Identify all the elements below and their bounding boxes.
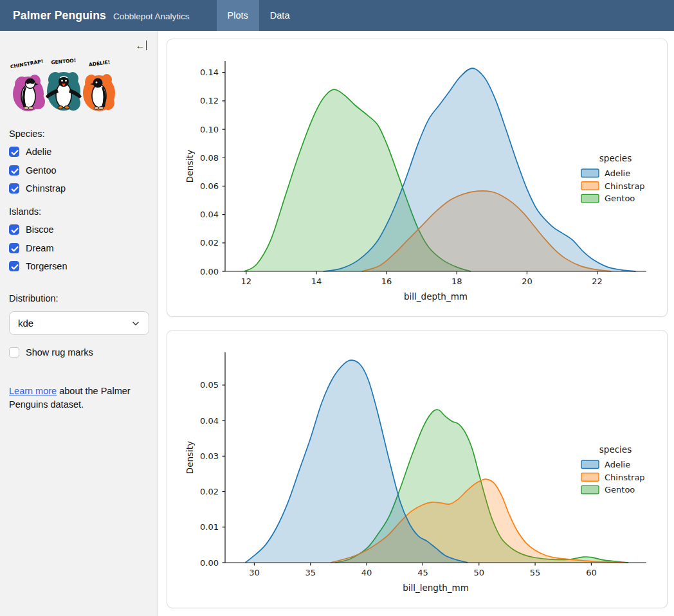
tab-data[interactable]: Data (259, 0, 301, 31)
sidebar-collapse-button[interactable]: ← (136, 41, 147, 50)
nav-tabs: PlotsData (217, 0, 301, 31)
app-subtitle: Cobblepot Analytics (113, 12, 190, 21)
islands-checkbox-group: BiscoeDreamTorgersen (9, 224, 149, 271)
svg-text:bill_length_mm: bill_length_mm (403, 583, 469, 593)
islands-group-label: Islands: (9, 206, 149, 217)
svg-text:Density: Density (185, 441, 195, 474)
rug-marks-checkbox[interactable] (9, 347, 19, 358)
species-group-label: Species: (9, 129, 149, 139)
gentoo-label: GENTOO! (51, 57, 76, 65)
svg-text:60: 60 (586, 568, 597, 577)
svg-text:12: 12 (241, 276, 251, 286)
species-checkbox-group: AdelieGentooChinstrap (9, 147, 149, 194)
checkbox-label-gentoo: Gentoo (26, 165, 57, 176)
svg-text:species: species (599, 444, 632, 455)
checkbox-row-adelie[interactable]: Adelie (9, 147, 149, 157)
check-icon (10, 166, 20, 176)
bill-length-density-chart: 303540455055600.000.010.020.030.040.05bi… (171, 334, 663, 604)
checkbox-row-gentoo[interactable]: Gentoo (9, 165, 149, 176)
svg-text:0.02: 0.02 (200, 238, 219, 248)
bill-depth-density-chart: 1214161820220.000.020.040.060.080.100.12… (171, 43, 663, 313)
svg-text:0.05: 0.05 (200, 380, 219, 390)
check-icon (10, 244, 20, 254)
svg-text:0.02: 0.02 (200, 487, 219, 496)
checkbox-adelie[interactable] (9, 147, 19, 157)
svg-text:18: 18 (451, 276, 462, 286)
svg-text:0.12: 0.12 (200, 96, 219, 105)
adelie-label: ADÉLIE! (89, 59, 111, 68)
check-icon (10, 262, 20, 272)
svg-text:Gentoo: Gentoo (605, 485, 635, 494)
collapse-left-arrow-icon: ← (136, 41, 145, 50)
svg-text:0.00: 0.00 (200, 558, 219, 568)
svg-text:14: 14 (311, 276, 322, 286)
learn-more-link[interactable]: Learn more (9, 386, 57, 396)
checkbox-biscoe[interactable] (9, 224, 19, 235)
main-content: 1214161820220.000.020.040.060.080.100.12… (158, 31, 674, 616)
check-icon (10, 225, 20, 235)
navbar: Palmer Penguins Cobblepot Analytics Plot… (0, 0, 674, 31)
checkbox-row-dream[interactable]: Dream (9, 243, 149, 253)
svg-text:species: species (599, 153, 632, 163)
svg-text:Density: Density (185, 150, 195, 183)
checkbox-row-chinstrap[interactable]: Chinstrap (9, 183, 149, 194)
svg-text:Chinstrap: Chinstrap (605, 181, 645, 191)
checkbox-dream[interactable] (9, 243, 19, 253)
chinstrap-label: CHINSTRAP! (10, 59, 44, 70)
svg-text:0.00: 0.00 (200, 267, 219, 276)
checkbox-label-adelie: Adelie (26, 147, 51, 157)
svg-text:20: 20 (522, 276, 533, 286)
svg-text:0.08: 0.08 (200, 153, 219, 163)
chevron-down-icon (131, 319, 140, 328)
checkbox-gentoo[interactable] (9, 165, 19, 176)
tab-plots[interactable]: Plots (217, 0, 259, 31)
svg-text:35: 35 (305, 568, 316, 577)
svg-text:0.10: 0.10 (200, 125, 219, 134)
sidebar-footer: Learn more about the Palmer Penguins dat… (9, 385, 149, 412)
svg-text:0.04: 0.04 (200, 210, 219, 219)
svg-text:40: 40 (361, 568, 372, 577)
penguins-artwork: CHINSTRAP! GENTOO! ADÉLIE! (9, 57, 118, 116)
checkbox-label-biscoe: Biscoe (26, 224, 54, 235)
app-brand: Palmer Penguins Cobblepot Analytics (13, 9, 190, 23)
collapse-bar-icon (146, 41, 147, 50)
checkbox-torgersen[interactable] (9, 261, 19, 271)
svg-text:Adelie: Adelie (605, 460, 630, 469)
checkbox-row-biscoe[interactable]: Biscoe (9, 224, 149, 235)
distribution-selected-value: kde (18, 318, 33, 329)
svg-text:Adelie: Adelie (605, 168, 630, 178)
svg-text:55: 55 (530, 568, 541, 577)
checkbox-label-chinstrap: Chinstrap (26, 183, 66, 194)
checkbox-label-dream: Dream (26, 243, 54, 253)
distribution-label: Distribution: (9, 293, 149, 303)
svg-text:50: 50 (473, 568, 484, 577)
checkbox-label-torgersen: Torgersen (26, 261, 67, 271)
checkbox-row-torgersen[interactable]: Torgersen (9, 261, 149, 271)
svg-text:16: 16 (381, 276, 392, 286)
check-icon (10, 184, 20, 194)
checkbox-chinstrap[interactable] (9, 183, 19, 194)
app-title: Palmer Penguins (13, 9, 106, 23)
distribution-select[interactable]: kde (9, 311, 149, 335)
svg-text:Chinstrap: Chinstrap (605, 473, 645, 482)
check-icon (10, 147, 20, 158)
svg-text:0.03: 0.03 (200, 451, 219, 461)
rug-marks-label: Show rug marks (26, 347, 93, 358)
bill-length-card: 303540455055600.000.010.020.030.040.05bi… (167, 330, 668, 608)
svg-text:0.04: 0.04 (200, 416, 219, 426)
bill-depth-card: 1214161820220.000.020.040.060.080.100.12… (167, 39, 668, 317)
svg-text:22: 22 (592, 276, 603, 286)
svg-text:Gentoo: Gentoo (605, 194, 635, 203)
svg-text:0.01: 0.01 (200, 522, 219, 532)
svg-text:0.14: 0.14 (200, 68, 219, 77)
svg-text:0.06: 0.06 (200, 181, 219, 191)
sidebar: ← (0, 31, 158, 616)
svg-text:45: 45 (417, 568, 428, 577)
svg-text:30: 30 (249, 568, 260, 577)
rug-marks-checkbox-row[interactable]: Show rug marks (9, 347, 149, 358)
svg-text:bill_depth_mm: bill_depth_mm (404, 291, 468, 302)
